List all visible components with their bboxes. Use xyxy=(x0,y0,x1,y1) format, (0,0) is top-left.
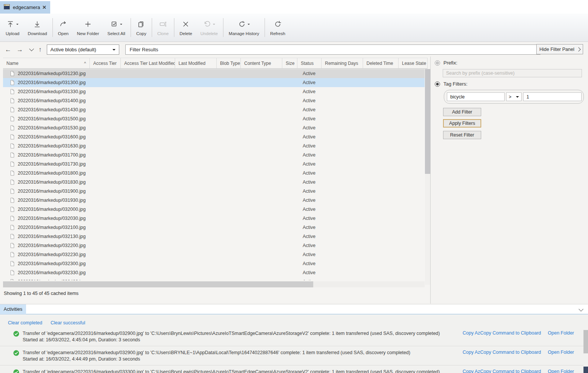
column-header-last-modified[interactable]: Last Modified xyxy=(175,58,217,68)
table-row[interactable]: 20220316/markedup/031300.jpgActive xyxy=(3,78,425,87)
clear-completed-link[interactable]: Clear completed xyxy=(8,320,42,325)
activities-scrollbar-thumb[interactable] xyxy=(583,330,588,353)
prefix-search-input[interactable] xyxy=(443,69,582,77)
table-row[interactable]: 20220316/markedup/031830.jpgActive xyxy=(3,178,425,187)
blob-status: Active xyxy=(303,107,316,112)
apply-filters-button[interactable]: Apply Filters xyxy=(443,119,481,127)
activity-entry: Transfer of 'edgecamera/20220316/markedu… xyxy=(0,346,588,365)
prefix-radio[interactable] xyxy=(435,60,440,66)
column-header-deleted-time[interactable]: Deleted Time xyxy=(363,58,399,68)
column-header-content-type[interactable]: Content Type xyxy=(241,58,282,68)
vertical-scrollbar[interactable] xyxy=(425,69,430,285)
table-row[interactable]: 20220316/markedup/031900.jpgActive xyxy=(3,187,425,196)
table-row[interactable]: 20220316/markedup/031330.jpgActive xyxy=(3,87,425,96)
table-row[interactable]: 20220316/markedup/031500.jpgActive xyxy=(3,114,425,123)
upload-icon xyxy=(6,20,15,28)
vertical-scrollbar-thumb[interactable] xyxy=(425,69,430,174)
horizontal-scrollbar-thumb[interactable] xyxy=(3,281,313,287)
delete-button[interactable]: Delete xyxy=(175,14,196,41)
copy-button[interactable]: Copy xyxy=(132,14,151,41)
table-row[interactable]: 20220316/markedup/031730.jpgActive xyxy=(3,160,425,169)
reset-filter-button[interactable]: Reset Filter xyxy=(443,131,481,139)
toolbar-button-label: Open xyxy=(58,31,69,36)
table-row[interactable]: 20220316/markedup/032200.jpgActive xyxy=(3,241,425,250)
column-header-remaining-days[interactable]: Remaining Days xyxy=(322,58,363,68)
table-row[interactable]: 20220316/markedup/032400.jpgActive xyxy=(3,277,425,280)
file-icon xyxy=(10,161,15,167)
tab-edgecamera[interactable]: edgecamera ✕ xyxy=(0,1,50,14)
table-row[interactable]: 20220316/markedup/031430.jpgActive xyxy=(3,105,425,114)
table-row[interactable]: 20220316/markedup/032300.jpgActive xyxy=(3,259,425,268)
forward-icon[interactable]: → xyxy=(17,46,23,53)
column-header-blob-type[interactable]: Blob Type xyxy=(217,58,241,68)
blob-status: Active xyxy=(303,71,316,76)
table-row[interactable]: 20220316/markedup/031530.jpgActive xyxy=(3,123,425,132)
open-folder-link[interactable]: Open Folder xyxy=(548,369,574,373)
table-row[interactable]: 20220316/markedup/031800.jpgActive xyxy=(3,169,425,178)
activity-message: Transfer of 'edgecamera/20220316/markedu… xyxy=(23,369,455,373)
toolbar-button-label: Upload xyxy=(6,31,19,36)
file-icon xyxy=(10,89,15,95)
file-icon xyxy=(10,224,15,230)
blob-status: Active xyxy=(303,143,316,149)
add-filter-button[interactable]: Add Filter xyxy=(443,108,481,116)
table-row[interactable]: 20220316/markedup/032330.jpgActive xyxy=(3,268,425,277)
up-icon[interactable]: ↑ xyxy=(38,46,42,53)
tag-value-input[interactable] xyxy=(523,92,582,101)
tag-operator-dropdown[interactable]: > xyxy=(506,92,522,101)
blob-name: 20220316/markedup/032300.jpg xyxy=(18,261,86,266)
collapse-activities-icon[interactable] xyxy=(579,307,583,312)
column-header-label: Access Tier xyxy=(93,61,117,66)
file-icon xyxy=(10,152,15,158)
table-row[interactable]: 20220316/markedup/032230.jpgActive xyxy=(3,250,425,259)
table-row[interactable]: 20220316/markedup/032000.jpgActive xyxy=(3,205,425,214)
table-row[interactable]: 20220316/markedup/032100.jpgActive xyxy=(3,223,425,232)
select-all-button[interactable]: Select All xyxy=(103,14,129,41)
hide-filter-panel-button[interactable]: Hide Filter Panel xyxy=(536,44,583,54)
table-row[interactable]: 20220316/markedup/032130.jpgActive xyxy=(3,232,425,241)
table-row[interactable]: 20220316/markedup/031630.jpgActive xyxy=(3,141,425,150)
new-folder-button[interactable]: New Folder xyxy=(73,14,103,41)
horizontal-scrollbar[interactable] xyxy=(3,281,425,287)
file-icon xyxy=(10,80,15,86)
upload-button[interactable]: Upload xyxy=(2,14,23,41)
open-folder-link[interactable]: Open Folder xyxy=(548,330,574,336)
copy-azcopy-link[interactable]: Copy AzCopy Command to Clipboard xyxy=(463,369,541,373)
tag-filters-radio[interactable] xyxy=(435,81,440,87)
table-row[interactable]: 20220316/markedup/031230.jpgActive xyxy=(3,69,425,78)
copy-azcopy-link[interactable]: Copy AzCopy Command to Clipboard xyxy=(463,330,541,336)
manage-history-button[interactable]: Manage History xyxy=(225,14,263,41)
table-row[interactable]: 20220316/markedup/032030.jpgActive xyxy=(3,214,425,223)
blob-status: Active xyxy=(303,98,316,103)
blob-state-dropdown[interactable]: Active blobs (default) xyxy=(47,45,119,55)
tag-key-input[interactable] xyxy=(447,92,505,101)
column-header-access-tier[interactable]: Access Tier xyxy=(90,58,121,68)
table-row[interactable]: 20220316/markedup/031600.jpgActive xyxy=(3,132,425,141)
blob-name: 20220316/markedup/031400.jpg xyxy=(18,98,86,103)
column-header-access-tier-last-modified[interactable]: Access Tier Last Modified xyxy=(121,58,175,68)
activity-message: Transfer of 'edgecamera/20220316/markedu… xyxy=(23,350,455,356)
tab-activities[interactable]: Activities xyxy=(0,304,26,314)
toolbar-button-label: Download xyxy=(28,31,47,36)
column-header-name[interactable]: Name^ xyxy=(3,58,90,68)
open-button[interactable]: Open xyxy=(54,14,73,41)
copy-azcopy-link[interactable]: Copy AzCopy Command to Clipboard xyxy=(463,350,541,355)
history-chevron-icon[interactable] xyxy=(29,46,34,51)
column-header-status[interactable]: Status xyxy=(297,58,322,68)
filter-results-input[interactable] xyxy=(125,45,540,55)
refresh-button[interactable]: Refresh xyxy=(266,14,289,41)
back-icon[interactable]: ← xyxy=(5,46,11,53)
table-row[interactable]: 20220316/markedup/031700.jpgActive xyxy=(3,150,425,160)
column-header-label: Remaining Days xyxy=(325,61,358,66)
column-header-lease-state[interactable]: Lease State xyxy=(399,58,428,68)
blob-status: Active xyxy=(303,125,316,130)
table-row[interactable]: 20220316/markedup/031400.jpgActive xyxy=(3,96,425,105)
download-button[interactable]: Download xyxy=(23,14,51,41)
dropdown-caret-icon xyxy=(120,24,122,26)
clear-successful-link[interactable]: Clear successful xyxy=(51,320,85,325)
column-header-size[interactable]: Size xyxy=(282,58,297,68)
open-folder-link[interactable]: Open Folder xyxy=(548,350,574,355)
toolbar-button-label: Undelete xyxy=(200,31,218,36)
table-row[interactable]: 20220316/markedup/031930.jpgActive xyxy=(3,196,425,205)
tab-close-icon[interactable]: ✕ xyxy=(42,5,46,10)
